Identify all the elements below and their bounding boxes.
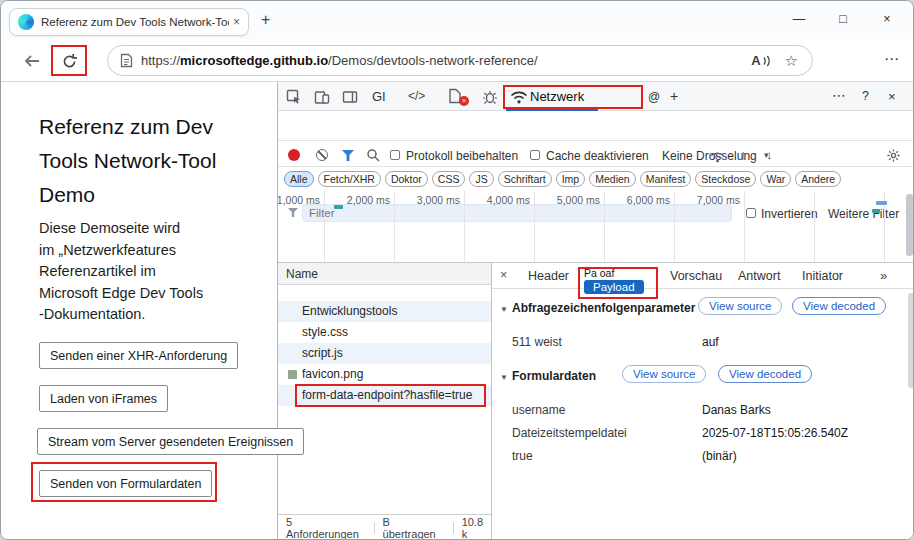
tab-headers[interactable]: Header: [528, 269, 569, 283]
chip-wasm[interactable]: War: [760, 171, 791, 187]
url-text: https://microsoftedge.github.io/Demos/de…: [141, 53, 751, 68]
url-scheme: https://: [141, 53, 180, 68]
tick-label: 1,000 ms: [278, 194, 320, 206]
param-value: 2025-07-18T15:05:26.540Z: [702, 426, 848, 440]
details-tab-bar: × Header Pa oaf Payload Vorschau Antwort…: [492, 263, 914, 289]
reload-icon: [61, 53, 78, 70]
gridline: [394, 191, 395, 262]
device-toolbar-icon[interactable]: [314, 89, 330, 109]
close-button[interactable]: ×: [865, 1, 909, 37]
query-section-title[interactable]: Abfragezeichenfolgenparameter: [512, 301, 695, 315]
name-column-header[interactable]: Name: [278, 263, 491, 285]
request-row[interactable]: script.js: [278, 343, 491, 364]
query-view-source-button[interactable]: View source: [698, 297, 782, 315]
page-paragraph: Diese Demoseite wird im „Netzwerkfeature…: [39, 218, 203, 326]
browser-menu-icon[interactable]: ⋯: [884, 50, 899, 68]
network-toolbar: Protokoll beibehalten Cache deaktivieren…: [278, 111, 914, 141]
tick-label: 4,000 ms: [470, 194, 530, 206]
reload-button[interactable]: [56, 49, 82, 73]
favicon-icon: [288, 370, 297, 379]
maximize-button[interactable]: □: [821, 1, 865, 37]
tab-payload[interactable]: Pa oaf Payload: [584, 268, 644, 294]
details-scrollbar[interactable]: [908, 293, 914, 388]
chip-fetch-xhr[interactable]: Fetch/XHR: [318, 171, 381, 187]
chip-media[interactable]: Medien: [589, 171, 635, 187]
load-iframe-button[interactable]: Laden von iFrames: [39, 385, 168, 412]
request-row[interactable]: favicon.png: [278, 364, 491, 385]
devtools-more-icon[interactable]: ⋯: [832, 87, 846, 103]
url-bar[interactable]: https://microsoftedge.github.io/Demos/de…: [107, 45, 813, 76]
details-close-icon[interactable]: ×: [500, 268, 507, 282]
chip-doc[interactable]: Doktor: [385, 171, 428, 187]
request-row-label: favicon.png: [302, 367, 363, 381]
disclosure-icon[interactable]: ▼: [500, 373, 508, 382]
gridline: [464, 191, 465, 262]
chip-js[interactable]: JS: [469, 171, 493, 187]
edge-logo-icon: [18, 14, 34, 30]
chip-img[interactable]: Imp: [556, 171, 586, 187]
request-row[interactable]: style.css: [278, 322, 491, 343]
payload-overlay-text: Pa oaf: [584, 268, 614, 279]
sound-waves-icon: [763, 55, 771, 67]
stream-sse-button[interactable]: Stream vom Server gesendeten Ereignissen: [37, 428, 304, 455]
request-mark: [872, 209, 880, 213]
form-view-decoded-button[interactable]: View decoded: [718, 365, 812, 383]
gridline: [814, 191, 815, 262]
tick-label: 5,000 ms: [540, 194, 600, 206]
param-value: Danas Barks: [702, 403, 771, 417]
param-key: username: [512, 403, 565, 417]
new-tab-button[interactable]: +: [261, 11, 270, 29]
request-row-selected[interactable]: form-data-endpoint?hasfile=true: [278, 385, 491, 406]
inspect-icon[interactable]: [286, 89, 302, 109]
tab-preview[interactable]: Vorschau: [670, 269, 722, 283]
tick-label: 6,000 ms: [610, 194, 670, 206]
tick-label: 3,000 ms: [400, 194, 460, 206]
minimize-button[interactable]: —: [777, 1, 821, 37]
window-controls: — □ ×: [777, 1, 909, 37]
devtools-close-icon[interactable]: ×: [888, 89, 896, 104]
send-form-data-button[interactable]: Senden von Formulardaten: [39, 470, 212, 497]
param-key: 511 weist: [512, 335, 562, 349]
tab-title: Referenz zum Dev Tools Network-Tool: [41, 16, 229, 28]
tab-close-icon[interactable]: ×: [233, 15, 240, 29]
form-section-title[interactable]: Formulardaten: [512, 369, 596, 383]
tab-overflow-icon[interactable]: »: [880, 268, 887, 283]
query-view-decoded-button[interactable]: View decoded: [792, 297, 886, 315]
timeline-overview[interactable]: 1,000 ms 2,000 ms 3,000 ms 4,000 ms 5,00…: [278, 191, 914, 263]
tab-initiator[interactable]: Initiator: [802, 269, 843, 283]
tick-label: 7,000 ms: [680, 194, 740, 206]
after-network-label: @: [648, 90, 660, 104]
network-status-bar: 5 Anforderungen B übertragen 10.8 k: [278, 514, 491, 540]
chip-alle[interactable]: Alle: [284, 171, 314, 187]
chip-css[interactable]: CSS: [432, 171, 466, 187]
read-aloud-button[interactable]: A: [751, 53, 770, 68]
request-row[interactable]: Entwicklungstools: [278, 301, 491, 322]
tab-network[interactable]: Netzwerk: [530, 89, 584, 104]
filter-row: Invertieren Weitere Filter ▼: [278, 141, 914, 167]
chip-socket[interactable]: Steckdose: [695, 171, 756, 187]
console-icon[interactable]: </>: [408, 89, 425, 103]
chip-other[interactable]: Andere: [795, 171, 841, 187]
chip-manifest[interactable]: Manifest: [640, 171, 692, 187]
send-xhr-button[interactable]: Senden einer XHR-Anforderung: [39, 342, 238, 369]
favorite-icon[interactable]: ☆: [785, 52, 798, 70]
disclosure-icon[interactable]: ▼: [500, 305, 508, 314]
tab-response[interactable]: Antwort: [738, 269, 780, 283]
browser-tab[interactable]: Referenz zum Dev Tools Network-Tool ×: [9, 8, 249, 36]
devtools-help-icon[interactable]: ?: [862, 89, 869, 103]
status-separator: [453, 522, 454, 534]
filter-chips: Alle Fetch/XHR Doktor CSS JS Schriftart …: [284, 167, 841, 191]
read-aloud-label: A: [751, 53, 760, 68]
back-icon: [23, 54, 41, 68]
add-panel-button[interactable]: +: [670, 88, 678, 104]
tab-elements[interactable]: GI: [372, 89, 386, 104]
chip-font[interactable]: Schriftart: [498, 171, 552, 187]
param-value: auf: [702, 335, 719, 349]
form-view-source-button[interactable]: View source: [622, 365, 706, 383]
resources-label: 10.8 k: [462, 516, 491, 540]
bug-icon[interactable]: [482, 89, 498, 109]
dock-side-icon[interactable]: [342, 89, 358, 109]
back-button[interactable]: [19, 49, 45, 73]
timeline-scrollbar[interactable]: [906, 194, 913, 256]
page-icon: [120, 53, 133, 68]
